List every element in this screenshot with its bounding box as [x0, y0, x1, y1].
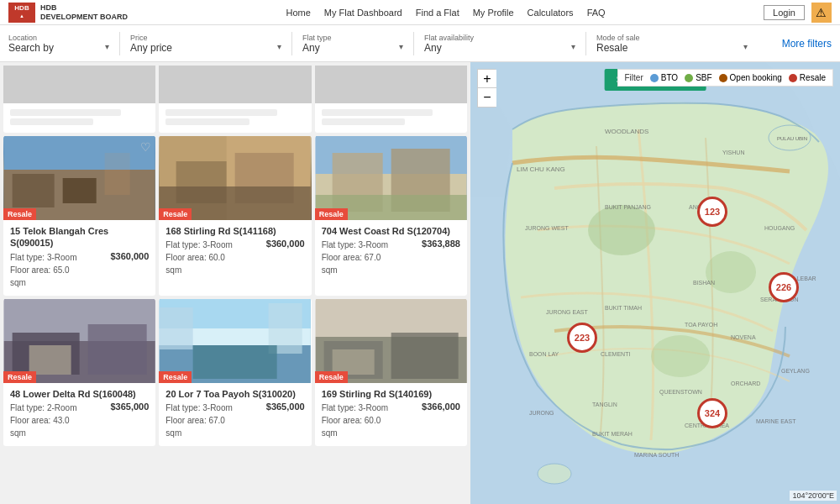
cluster-count: 226: [776, 282, 791, 292]
wishlist-icon-1[interactable]: ♡: [140, 140, 151, 154]
listing-card-1[interactable]: Resale ♡ 15 Telok Blangah Cres S(090015)…: [3, 136, 155, 296]
card-sqm-3: sqm: [322, 264, 460, 276]
card-floor-area-5: Floor area: 67.0: [165, 414, 304, 427]
card-image-3: Resale: [315, 136, 467, 220]
phantom-body: [159, 103, 311, 131]
nav-home[interactable]: Home: [286, 8, 310, 18]
card-price-3: $363,888: [422, 239, 460, 251]
flat-avail-filter: Flat availability Any ▾: [424, 34, 575, 54]
resale-dot: [789, 74, 797, 82]
price-filter: Price Any price ▾: [130, 34, 281, 54]
login-button[interactable]: Login: [764, 5, 805, 20]
card-flat-type-5: Flat type: 3-Room: [165, 402, 232, 414]
card-title-6: 169 Stirling Rd S(140169): [322, 388, 432, 400]
mode-sale-chevron-icon: ▾: [743, 42, 748, 51]
logo-icon: HDB▲: [8, 3, 35, 23]
map-cluster-123[interactable]: 123: [697, 197, 727, 227]
card-photo-3: [315, 136, 467, 220]
alert-button[interactable]: ⚠: [811, 3, 832, 23]
flat-type-label: Flat type: [302, 34, 403, 42]
flat-type-chevron-icon: ▾: [399, 42, 403, 51]
location-chevron-icon: ▾: [105, 42, 109, 51]
listing-card-3[interactable]: Resale 704 West Coast Rd S(120704) Flat …: [315, 136, 467, 296]
phantom-card: [3, 66, 155, 133]
resale-badge-3: Resale: [315, 208, 348, 220]
listing-card-4[interactable]: Resale 48 Lower Delta Rd S(160048) Flat …: [3, 299, 155, 446]
card-flat-type-2: Flat type: 3-Room: [165, 239, 232, 251]
resale-badge-2: Resale: [159, 208, 192, 220]
mode-sale-select[interactable]: Resale: [596, 42, 748, 54]
svg-rect-3: [63, 178, 97, 203]
svg-rect-31: [315, 299, 466, 337]
card-price-1: $360,000: [110, 251, 149, 264]
map-cluster-226[interactable]: 226: [769, 272, 799, 302]
divider-3: [413, 32, 414, 55]
nav-calculators[interactable]: Calculators: [528, 8, 574, 18]
filter-bar: Location Search by ▾ Price Any price ▾ F…: [0, 25, 840, 62]
main-content: Resale ♡ 15 Telok Blangah Cres S(090015)…: [0, 62, 840, 504]
more-filters-link[interactable]: More filters: [782, 38, 832, 50]
card-body-1: 15 Telok Blangah Cres S(090015) Flat typ…: [3, 220, 155, 296]
map-zoom-in-button[interactable]: +: [478, 70, 496, 88]
legend-resale: Resale: [789, 73, 826, 82]
svg-text:JURONG: JURONG: [529, 410, 554, 416]
card-sqm-5: sqm: [165, 427, 304, 439]
svg-rect-27: [160, 307, 193, 349]
resale-label: Resale: [800, 73, 826, 82]
svg-text:JURONG WEST: JURONG WEST: [525, 225, 569, 231]
legend-bto: BTO: [650, 73, 678, 82]
logo-text: HDB DEVELOPMENT BOARD: [40, 3, 128, 22]
svg-rect-34: [391, 333, 458, 379]
svg-rect-5: [4, 136, 155, 170]
nav-profile[interactable]: My Profile: [473, 8, 514, 18]
nav-faq[interactable]: FAQ: [587, 8, 606, 18]
svg-text:BUKIT PANJANG: BUKIT PANJANG: [605, 204, 651, 210]
header-right: Login ⚠: [764, 3, 832, 23]
divider-2: [291, 32, 292, 55]
location-label: Location: [8, 34, 109, 42]
card-photo-1: [3, 136, 155, 220]
map-cluster-324[interactable]: 324: [697, 398, 727, 428]
svg-text:GEYLANG: GEYLANG: [781, 368, 810, 374]
listing-card-6[interactable]: Resale 169 Stirling Rd S(140169) Flat ty…: [315, 299, 467, 446]
cluster-count: 223: [575, 333, 590, 343]
nav-dashboard[interactable]: My Flat Dashboard: [324, 8, 402, 18]
svg-text:BOON LAY: BOON LAY: [529, 351, 559, 357]
map-cluster-223[interactable]: 223: [567, 323, 597, 353]
card-flat-type-3: Flat type: 3-Room: [322, 239, 388, 251]
card-body-5: 20 Lor 7 Toa Payoh S(310020) Flat type: …: [159, 383, 311, 446]
card-image-4: Resale: [3, 299, 155, 383]
filter-legend-label: Filter: [625, 73, 643, 82]
svg-text:YISHUN: YISHUN: [722, 150, 744, 155]
svg-text:WOODLANDS: WOODLANDS: [605, 128, 648, 135]
card-title-3: 704 West Coast Rd S(120704): [322, 225, 450, 237]
card-title-1: 15 Telok Blangah Cres S(090015): [10, 225, 149, 249]
svg-text:TANGLIN: TANGLIN: [592, 402, 617, 407]
map-zoom-out-button[interactable]: −: [478, 88, 496, 107]
nav-find-flat[interactable]: Find a Flat: [416, 8, 459, 18]
divider-4: [585, 32, 586, 55]
legend-sbf: SBF: [685, 73, 711, 82]
card-sqm-1: sqm: [10, 276, 149, 289]
listing-card-2[interactable]: Resale 168 Stirling Rd S(141168) Flat ty…: [159, 136, 311, 296]
price-select[interactable]: Any price: [130, 42, 281, 54]
listings-grid: Resale ♡ 15 Telok Blangah Cres S(090015)…: [3, 66, 467, 446]
location-select[interactable]: Search by: [8, 42, 109, 54]
phantom-image: [315, 66, 467, 103]
open-booking-label: Open booking: [730, 73, 782, 82]
bto-label: BTO: [661, 73, 678, 82]
svg-text:ORCHARD: ORCHARD: [731, 381, 760, 386]
sbf-label: SBF: [696, 73, 711, 82]
flat-type-select[interactable]: Any: [302, 42, 403, 54]
listing-card-5[interactable]: Resale 20 Lor 7 Toa Payoh S(310020) Flat…: [159, 299, 311, 446]
svg-point-37: [588, 205, 655, 255]
open-booking-dot: [719, 74, 727, 82]
card-image-6: Resale: [315, 299, 467, 383]
bto-dot: [650, 74, 659, 82]
card-photo-5: [159, 299, 311, 383]
card-price-6: $366,000: [422, 402, 460, 414]
phantom-card: [315, 66, 467, 133]
svg-text:BUKIT MERAH: BUKIT MERAH: [592, 431, 633, 437]
card-image-2: Resale: [159, 136, 311, 220]
flat-avail-select[interactable]: Any: [424, 42, 575, 54]
